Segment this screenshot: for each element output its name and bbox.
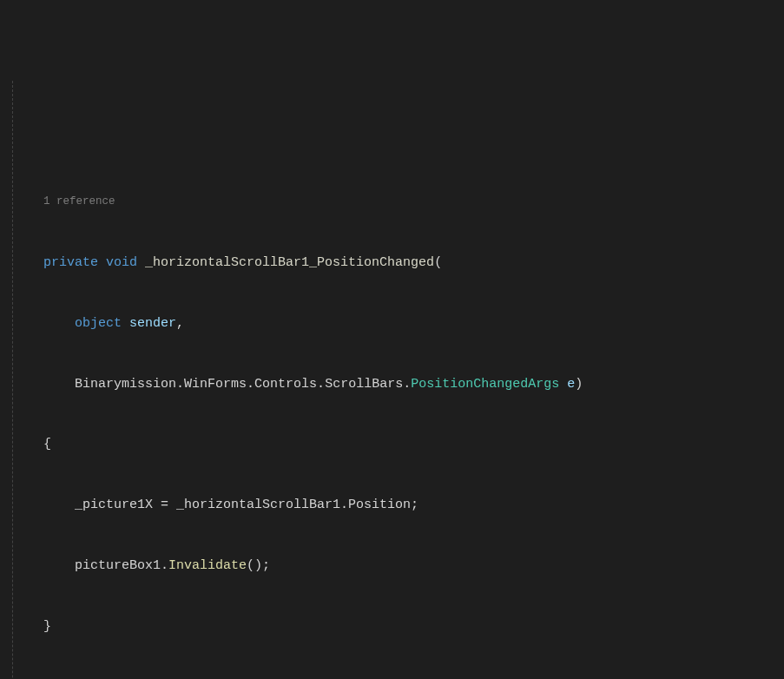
space: [98, 255, 106, 270]
close-paren: ): [575, 377, 583, 392]
comma: ,: [176, 316, 184, 331]
close-brace: }: [43, 619, 51, 634]
namespace: Controls: [254, 377, 317, 392]
keyword-void: void: [106, 255, 137, 270]
namespace: ScrollBars: [325, 377, 403, 392]
param-e: e: [567, 377, 575, 392]
object-ref: pictureBox1: [75, 558, 161, 573]
code-line[interactable]: {: [0, 434, 784, 454]
code-line[interactable]: pictureBox1.Invalidate();: [0, 556, 784, 576]
assign: =: [153, 498, 176, 512]
dot: .: [247, 377, 254, 392]
property: Position: [348, 498, 411, 512]
field: _picture1X: [75, 498, 153, 512]
open-paren: (: [247, 558, 254, 573]
dot: .: [176, 377, 184, 392]
param-sender: sender: [129, 316, 176, 331]
dot: .: [161, 558, 168, 573]
space: [122, 316, 129, 331]
object-ref: _horizontalScrollBar1: [176, 498, 340, 512]
namespace: Binarymission: [75, 377, 176, 392]
space: [559, 377, 567, 392]
code-line[interactable]: object sender,: [0, 313, 784, 333]
method-call: Invalidate: [168, 558, 247, 573]
code-line[interactable]: private void _horizontalScrollBar1_Posit…: [0, 253, 784, 273]
keyword-private: private: [43, 255, 98, 270]
semicolon: ;: [262, 558, 270, 573]
keyword-object: object: [75, 316, 122, 331]
dot: .: [340, 498, 348, 512]
method-name: _horizontalScrollBar1_PositionChanged: [145, 255, 434, 270]
code-line[interactable]: }: [0, 616, 784, 636]
space: [137, 255, 145, 270]
code-line[interactable]: _picture1X = _horizontalScrollBar1.Posit…: [0, 495, 784, 515]
dot: .: [403, 377, 411, 392]
namespace: WinForms: [184, 377, 247, 392]
semicolon: ;: [411, 498, 418, 512]
code-editor[interactable]: 1 reference private void _horizontalScro…: [0, 81, 784, 679]
code-line[interactable]: Binarymission.WinForms.Controls.ScrollBa…: [0, 374, 784, 394]
dot: .: [317, 377, 325, 392]
open-brace: {: [43, 437, 51, 452]
close-paren: ): [254, 558, 262, 573]
open-paren: (: [434, 255, 442, 270]
arg-type: PositionChangedArgs: [411, 377, 559, 392]
codelens-reference[interactable]: 1 reference: [0, 190, 784, 212]
